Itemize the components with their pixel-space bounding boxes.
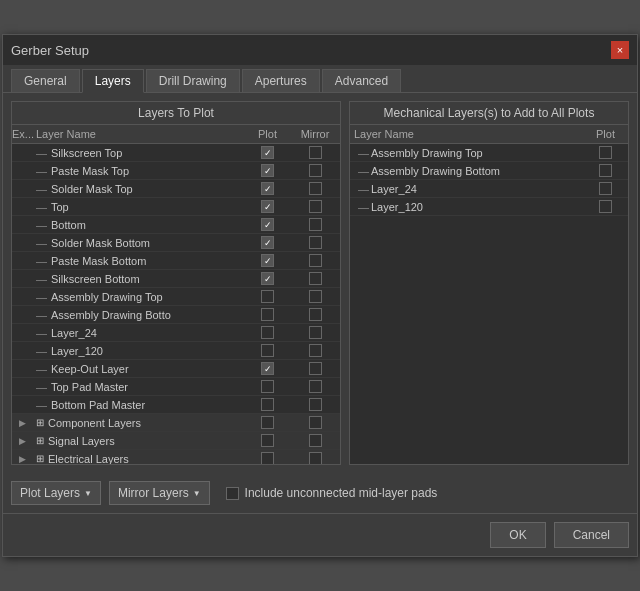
mirror-checkbox[interactable] <box>309 452 322 464</box>
table-row: —Silkscreen Top <box>12 144 340 162</box>
plot-checkbox[interactable] <box>261 344 274 357</box>
plot-checkbox[interactable] <box>261 416 274 429</box>
mech-plot-checkbox[interactable] <box>599 146 612 159</box>
col-name-header: Layer Name <box>32 128 245 140</box>
table-row: —Assembly Drawing Top <box>12 288 340 306</box>
right-panel-header: Mechanical Layers(s) to Add to All Plots <box>350 102 628 125</box>
tab-general[interactable]: General <box>11 69 80 92</box>
plot-checkbox[interactable] <box>261 182 274 195</box>
table-row: —Layer_120 <box>12 342 340 360</box>
mirror-checkbox[interactable] <box>309 182 322 195</box>
mirror-checkbox[interactable] <box>309 416 322 429</box>
table-row: —Layer_120 <box>350 198 628 216</box>
mirror-checkbox[interactable] <box>309 290 322 303</box>
mirror-checkbox[interactable] <box>309 164 322 177</box>
left-panel-header: Layers To Plot <box>12 102 340 125</box>
plot-layers-button[interactable]: Plot Layers ▼ <box>11 481 101 505</box>
right-col-name-header: Layer Name <box>350 128 583 140</box>
layer-list: —Silkscreen Top —Paste Mask Top —Solder … <box>12 144 340 464</box>
dropdown-arrow-icon: ▼ <box>193 489 201 498</box>
mirror-checkbox[interactable] <box>309 380 322 393</box>
right-panel: Mechanical Layers(s) to Add to All Plots… <box>349 101 629 465</box>
table-row: —Paste Mask Bottom <box>12 252 340 270</box>
mech-plot-checkbox[interactable] <box>599 164 612 177</box>
left-panel: Layers To Plot Ex... Layer Name Plot Mir… <box>11 101 341 465</box>
plot-checkbox[interactable] <box>261 452 274 464</box>
table-row: —Layer_24 <box>350 180 628 198</box>
table-row: —Solder Mask Top <box>12 180 340 198</box>
mirror-checkbox[interactable] <box>309 218 322 231</box>
plot-checkbox[interactable] <box>261 362 274 375</box>
include-unconnected-checkbox[interactable] <box>226 487 239 500</box>
table-row: —Assembly Drawing Bottom <box>350 162 628 180</box>
table-row: —Keep-Out Layer <box>12 360 340 378</box>
mirror-checkbox[interactable] <box>309 362 322 375</box>
mirror-checkbox[interactable] <box>309 434 322 447</box>
footer: OK Cancel <box>3 513 637 556</box>
table-row: —Assembly Drawing Botto <box>12 306 340 324</box>
mech-layer-list: —Assembly Drawing Top —Assembly Drawing … <box>350 144 628 216</box>
plot-checkbox[interactable] <box>261 164 274 177</box>
col-ex-header: Ex... <box>12 128 32 140</box>
tab-layers[interactable]: Layers <box>82 69 144 93</box>
right-col-plot-header: Plot <box>583 128 628 140</box>
plot-checkbox[interactable] <box>261 254 274 267</box>
table-row: —Layer_24 <box>12 324 340 342</box>
table-row: —Silkscreen Bottom <box>12 270 340 288</box>
mirror-checkbox[interactable] <box>309 146 322 159</box>
mirror-checkbox[interactable] <box>309 398 322 411</box>
table-row: —Paste Mask Top <box>12 162 340 180</box>
close-button[interactable]: × <box>611 41 629 59</box>
main-content: Layers To Plot Ex... Layer Name Plot Mir… <box>3 93 637 473</box>
dropdown-arrow-icon: ▼ <box>84 489 92 498</box>
tab-advanced[interactable]: Advanced <box>322 69 401 92</box>
tab-bar: General Layers Drill Drawing Apertures A… <box>3 65 637 93</box>
mirror-layers-button[interactable]: Mirror Layers ▼ <box>109 481 210 505</box>
title-bar: Gerber Setup × <box>3 35 637 65</box>
plot-checkbox[interactable] <box>261 146 274 159</box>
table-row: —Bottom Pad Master <box>12 396 340 414</box>
table-row: —Solder Mask Bottom <box>12 234 340 252</box>
dialog-title: Gerber Setup <box>11 43 89 58</box>
include-unconnected-label: Include unconnected mid-layer pads <box>245 486 438 500</box>
table-row: ▶ ⊞Electrical Layers <box>12 450 340 464</box>
mirror-checkbox[interactable] <box>309 200 322 213</box>
table-row: —Assembly Drawing Top <box>350 144 628 162</box>
col-mirror-header: Mirror <box>290 128 340 140</box>
plot-checkbox[interactable] <box>261 290 274 303</box>
dialog: Gerber Setup × General Layers Drill Draw… <box>2 34 638 557</box>
left-col-headers: Ex... Layer Name Plot Mirror <box>12 125 340 144</box>
plot-checkbox[interactable] <box>261 434 274 447</box>
plot-checkbox[interactable] <box>261 326 274 339</box>
table-row: —Top <box>12 198 340 216</box>
include-unconnected-option: Include unconnected mid-layer pads <box>226 486 438 500</box>
mirror-checkbox[interactable] <box>309 326 322 339</box>
plot-checkbox[interactable] <box>261 380 274 393</box>
plot-checkbox[interactable] <box>261 218 274 231</box>
mirror-checkbox[interactable] <box>309 344 322 357</box>
mech-plot-checkbox[interactable] <box>599 200 612 213</box>
bottom-bar: Plot Layers ▼ Mirror Layers ▼ Include un… <box>3 473 637 513</box>
plot-checkbox[interactable] <box>261 398 274 411</box>
mirror-checkbox[interactable] <box>309 254 322 267</box>
plot-checkbox[interactable] <box>261 308 274 321</box>
col-plot-header: Plot <box>245 128 290 140</box>
mirror-checkbox[interactable] <box>309 272 322 285</box>
mech-plot-checkbox[interactable] <box>599 182 612 195</box>
tab-apertures[interactable]: Apertures <box>242 69 320 92</box>
right-col-headers: Layer Name Plot <box>350 125 628 144</box>
mirror-checkbox[interactable] <box>309 236 322 249</box>
table-row: ▶ ⊞Component Layers <box>12 414 340 432</box>
table-row: —Bottom <box>12 216 340 234</box>
table-row: —Top Pad Master <box>12 378 340 396</box>
ok-button[interactable]: OK <box>490 522 545 548</box>
plot-checkbox[interactable] <box>261 236 274 249</box>
mirror-checkbox[interactable] <box>309 308 322 321</box>
tab-drill-drawing[interactable]: Drill Drawing <box>146 69 240 92</box>
plot-checkbox[interactable] <box>261 200 274 213</box>
plot-checkbox[interactable] <box>261 272 274 285</box>
table-row: ▶ ⊞Signal Layers <box>12 432 340 450</box>
cancel-button[interactable]: Cancel <box>554 522 629 548</box>
